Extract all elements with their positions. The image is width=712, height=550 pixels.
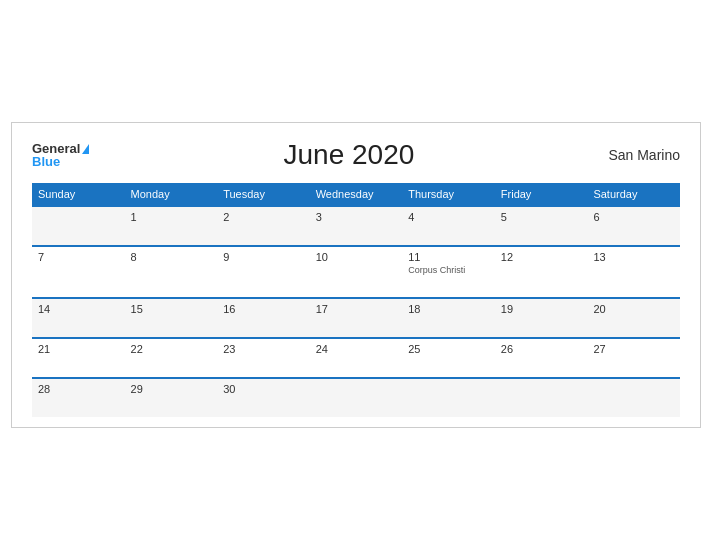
day-cell [32, 206, 125, 246]
calendar-header: General Blue June 2020 San Marino [32, 139, 680, 171]
weekday-header-wednesday: Wednesday [310, 183, 403, 206]
day-number: 8 [131, 251, 212, 263]
logo-blue: Blue [32, 155, 60, 168]
calendar-thead: SundayMondayTuesdayWednesdayThursdayFrid… [32, 183, 680, 206]
calendar-title: June 2020 [284, 139, 415, 171]
day-number: 28 [38, 383, 119, 395]
day-cell: 14 [32, 298, 125, 338]
day-number: 3 [316, 211, 397, 223]
day-number: 30 [223, 383, 304, 395]
week-row-3: 21222324252627 [32, 338, 680, 378]
weekday-header-monday: Monday [125, 183, 218, 206]
day-cell: 9 [217, 246, 310, 298]
day-number: 25 [408, 343, 489, 355]
day-cell: 17 [310, 298, 403, 338]
day-cell: 22 [125, 338, 218, 378]
day-cell: 12 [495, 246, 588, 298]
day-cell: 18 [402, 298, 495, 338]
day-number: 10 [316, 251, 397, 263]
calendar-body: 1234567891011Corpus Christi1213141516171… [32, 206, 680, 417]
day-cell: 5 [495, 206, 588, 246]
day-cell: 10 [310, 246, 403, 298]
day-number: 24 [316, 343, 397, 355]
calendar-table: SundayMondayTuesdayWednesdayThursdayFrid… [32, 183, 680, 417]
day-number: 13 [593, 251, 674, 263]
weekday-header-sunday: Sunday [32, 183, 125, 206]
day-number: 11 [408, 251, 489, 263]
week-row-4: 282930 [32, 378, 680, 417]
week-row-1: 7891011Corpus Christi1213 [32, 246, 680, 298]
day-cell: 28 [32, 378, 125, 417]
day-cell: 11Corpus Christi [402, 246, 495, 298]
calendar-country: San Marino [608, 147, 680, 163]
day-cell: 16 [217, 298, 310, 338]
day-number: 9 [223, 251, 304, 263]
day-cell: 25 [402, 338, 495, 378]
day-number: 2 [223, 211, 304, 223]
day-cell: 13 [587, 246, 680, 298]
day-cell: 1 [125, 206, 218, 246]
day-cell: 20 [587, 298, 680, 338]
day-number: 15 [131, 303, 212, 315]
day-cell: 26 [495, 338, 588, 378]
day-cell [495, 378, 588, 417]
day-number: 14 [38, 303, 119, 315]
day-cell: 23 [217, 338, 310, 378]
day-number: 26 [501, 343, 582, 355]
day-cell: 27 [587, 338, 680, 378]
day-number: 7 [38, 251, 119, 263]
day-number: 12 [501, 251, 582, 263]
day-number: 6 [593, 211, 674, 223]
weekday-header-row: SundayMondayTuesdayWednesdayThursdayFrid… [32, 183, 680, 206]
day-cell: 6 [587, 206, 680, 246]
day-cell [587, 378, 680, 417]
day-cell [310, 378, 403, 417]
holiday-name: Corpus Christi [408, 265, 489, 275]
day-number: 19 [501, 303, 582, 315]
day-cell: 8 [125, 246, 218, 298]
day-cell [402, 378, 495, 417]
day-number: 17 [316, 303, 397, 315]
week-row-2: 14151617181920 [32, 298, 680, 338]
day-cell: 29 [125, 378, 218, 417]
day-number: 1 [131, 211, 212, 223]
day-cell: 15 [125, 298, 218, 338]
day-number: 22 [131, 343, 212, 355]
day-cell: 2 [217, 206, 310, 246]
weekday-header-friday: Friday [495, 183, 588, 206]
day-cell: 3 [310, 206, 403, 246]
day-cell: 7 [32, 246, 125, 298]
day-number: 29 [131, 383, 212, 395]
day-number: 5 [501, 211, 582, 223]
calendar-container: General Blue June 2020 San Marino Sunday… [11, 122, 701, 428]
week-row-0: 123456 [32, 206, 680, 246]
logo-triangle-icon [82, 144, 89, 154]
day-number: 20 [593, 303, 674, 315]
day-cell: 24 [310, 338, 403, 378]
day-cell: 4 [402, 206, 495, 246]
day-number: 16 [223, 303, 304, 315]
weekday-header-saturday: Saturday [587, 183, 680, 206]
day-cell: 19 [495, 298, 588, 338]
day-cell: 21 [32, 338, 125, 378]
day-number: 23 [223, 343, 304, 355]
logo-area: General Blue [32, 142, 89, 168]
weekday-header-thursday: Thursday [402, 183, 495, 206]
day-number: 21 [38, 343, 119, 355]
day-cell: 30 [217, 378, 310, 417]
weekday-header-tuesday: Tuesday [217, 183, 310, 206]
day-number: 4 [408, 211, 489, 223]
day-number: 27 [593, 343, 674, 355]
day-number: 18 [408, 303, 489, 315]
